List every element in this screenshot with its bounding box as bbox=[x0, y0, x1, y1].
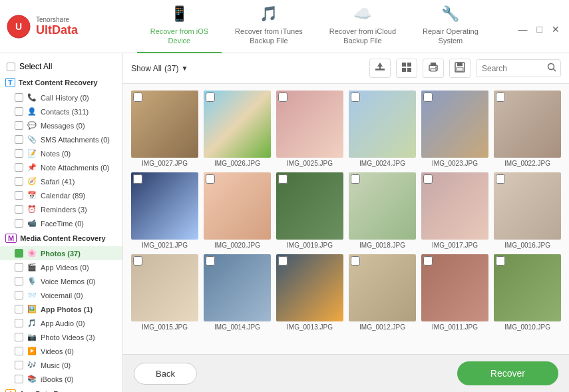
show-all-button[interactable]: Show All (37) ▼ bbox=[131, 64, 188, 73]
sidebar-item-calendar[interactable]: 📅 Calendar (89) bbox=[0, 188, 122, 202]
app-audio-label: App Audio (0) bbox=[41, 319, 85, 327]
sidebar-item-note-attachments[interactable]: 📌 Note Attachments (0) bbox=[0, 160, 122, 174]
photo-item-img_0010[interactable]: IMG_0010.JPG bbox=[494, 254, 561, 331]
photo-checkbox-img_0022[interactable] bbox=[496, 93, 505, 102]
photo-checkbox-img_0020[interactable] bbox=[206, 174, 215, 184]
sidebar-item-sms-attachments[interactable]: 📎 SMS Attachments (0) bbox=[0, 132, 122, 146]
messages-checkbox[interactable] bbox=[15, 121, 23, 130]
photo-item-img_0011[interactable]: IMG_0011.JPG bbox=[421, 254, 488, 331]
photo-item-img_0017[interactable]: IMG_0017.JPG bbox=[421, 172, 488, 249]
sidebar-item-notes[interactable]: 📝 Notes (0) bbox=[0, 146, 122, 160]
photo-item-img_0020[interactable]: IMG_0020.JPG bbox=[204, 172, 271, 249]
photo-checkbox-img_0011[interactable] bbox=[423, 256, 433, 266]
sidebar-item-contacts[interactable]: 👤 Contacts (311) bbox=[0, 104, 122, 118]
tab-repair[interactable]: 🔧 Repair Operating System bbox=[409, 0, 492, 54]
grid-view-button[interactable] bbox=[396, 59, 417, 78]
search-button[interactable] bbox=[543, 60, 560, 77]
sidebar-item-photos[interactable]: 🌸 Photos (37) bbox=[0, 246, 122, 260]
photo-checkbox-img_0014[interactable] bbox=[206, 256, 215, 266]
photo-checkbox-img_0016[interactable] bbox=[496, 174, 505, 184]
sidebar-item-call-history[interactable]: 📞 Call History (0) bbox=[0, 91, 122, 104]
photo-checkbox-img_0015[interactable] bbox=[133, 256, 142, 266]
calendar-checkbox[interactable] bbox=[15, 191, 23, 200]
sidebar-item-voice-memos[interactable]: 🎙️ Voice Memos (0) bbox=[0, 274, 122, 288]
photo-item-img_0019[interactable]: IMG_0019.JPG bbox=[276, 172, 343, 249]
photo-item-img_0012[interactable]: IMG_0012.JPG bbox=[349, 254, 416, 331]
photo-checkbox-img_0019[interactable] bbox=[278, 174, 287, 184]
search-input[interactable] bbox=[476, 61, 543, 76]
photo-checkbox-img_0027[interactable] bbox=[133, 93, 142, 102]
print-button[interactable] bbox=[423, 59, 444, 78]
reminders-checkbox[interactable] bbox=[15, 205, 23, 214]
select-all-checkbox[interactable] bbox=[7, 63, 15, 71]
photo-videos-checkbox[interactable] bbox=[15, 333, 23, 341]
music-checkbox[interactable] bbox=[15, 361, 23, 369]
app-audio-checkbox[interactable] bbox=[15, 319, 23, 327]
photo-checkbox-img_0026[interactable] bbox=[206, 93, 215, 102]
music-label: Music (0) bbox=[41, 361, 71, 369]
voicemail-checkbox[interactable] bbox=[15, 291, 23, 299]
tab-icloud[interactable]: ☁️ Recover from iCloud Backup File bbox=[316, 0, 409, 54]
maximize-button[interactable]: □ bbox=[534, 23, 545, 36]
section-media-header[interactable]: M Media Content Recovery bbox=[0, 230, 122, 246]
call-history-checkbox[interactable] bbox=[15, 93, 23, 102]
videos-checkbox[interactable] bbox=[15, 347, 23, 355]
note-att-checkbox[interactable] bbox=[15, 163, 23, 172]
minimize-button[interactable]: — bbox=[516, 23, 530, 36]
photo-checkbox-img_0017[interactable] bbox=[423, 174, 433, 184]
export2-button[interactable] bbox=[449, 59, 471, 78]
sidebar-item-facetime[interactable]: 📹 FaceTime (0) bbox=[0, 216, 122, 230]
sidebar-item-videos[interactable]: ▶️ Videos (0) bbox=[0, 344, 122, 358]
photo-checkbox-img_0018[interactable] bbox=[351, 174, 360, 184]
sidebar-item-ibooks[interactable]: 📚 iBooks (0) bbox=[0, 372, 122, 386]
facetime-checkbox[interactable] bbox=[15, 219, 23, 228]
sidebar-item-safari[interactable]: 🧭 Safari (41) bbox=[0, 174, 122, 188]
sms-checkbox[interactable] bbox=[15, 135, 23, 144]
photo-item-img_0026[interactable]: IMG_0026.JPG bbox=[204, 91, 271, 167]
photo-checkbox-img_0010[interactable] bbox=[496, 256, 505, 266]
safari-checkbox[interactable] bbox=[15, 177, 23, 186]
section-app-header[interactable]: A App Data Recovery bbox=[0, 386, 122, 392]
recover-button[interactable]: Recover bbox=[457, 361, 558, 385]
export-icon-button[interactable] bbox=[369, 59, 391, 78]
photo-item-img_0021[interactable]: IMG_0021.JPG bbox=[131, 172, 198, 249]
photo-checkbox-img_0012[interactable] bbox=[351, 256, 360, 266]
photo-item-img_0023[interactable]: IMG_0023.JPG bbox=[421, 91, 488, 167]
close-button[interactable]: ✕ bbox=[549, 23, 562, 36]
sidebar-item-photo-videos[interactable]: 📷 Photo Videos (3) bbox=[0, 330, 122, 344]
sidebar-item-reminders[interactable]: ⏰ Reminders (3) bbox=[0, 202, 122, 216]
notes-checkbox[interactable] bbox=[15, 149, 23, 158]
sidebar-item-app-photos[interactable]: 🖼️ App Photos (1) bbox=[0, 302, 122, 316]
header: U Tenorshare UltData 📱 Recover from iOS … bbox=[0, 0, 569, 53]
photos-checkbox[interactable] bbox=[15, 249, 23, 258]
photo-item-img_0018[interactable]: IMG_0018.JPG bbox=[349, 172, 416, 249]
photo-checkbox-img_0013[interactable] bbox=[278, 256, 287, 266]
photo-item-img_0022[interactable]: IMG_0022.JPG bbox=[494, 91, 561, 167]
ibooks-checkbox[interactable] bbox=[15, 375, 23, 383]
sidebar-item-messages[interactable]: 💬 Messages (0) bbox=[0, 118, 122, 132]
photo-item-img_0016[interactable]: IMG_0016.JPG bbox=[494, 172, 561, 249]
photo-checkbox-img_0023[interactable] bbox=[423, 93, 433, 102]
contacts-checkbox[interactable] bbox=[15, 107, 23, 116]
voice-memos-checkbox[interactable] bbox=[15, 277, 23, 286]
app-videos-checkbox[interactable] bbox=[15, 263, 23, 272]
back-button[interactable]: Back bbox=[134, 363, 197, 385]
sidebar-item-app-audio[interactable]: 🎵 App Audio (0) bbox=[0, 316, 122, 330]
photo-item-img_0024[interactable]: IMG_0024.JPG bbox=[349, 91, 416, 167]
photo-item-img_0014[interactable]: IMG_0014.JPG bbox=[204, 254, 271, 331]
photo-checkbox-img_0021[interactable] bbox=[133, 174, 142, 184]
tab-ios-device[interactable]: 📱 Recover from iOS Device bbox=[137, 0, 222, 54]
sidebar-item-music[interactable]: 🎶 Music (0) bbox=[0, 358, 122, 372]
tab-itunes[interactable]: 🎵 Recover from iTunes Backup File bbox=[222, 0, 316, 54]
sidebar-item-app-videos[interactable]: 🎬 App Videos (0) bbox=[0, 260, 122, 274]
select-all-item[interactable]: Select All bbox=[0, 59, 122, 75]
section-text-header[interactable]: T Text Content Recovery bbox=[0, 75, 122, 91]
photo-checkbox-img_0024[interactable] bbox=[351, 93, 360, 102]
app-photos-checkbox[interactable] bbox=[15, 305, 23, 313]
photo-item-img_0027[interactable]: IMG_0027.JPG bbox=[131, 91, 198, 167]
photo-item-img_0015[interactable]: IMG_0015.JPG bbox=[131, 254, 198, 331]
photo-item-img_0025[interactable]: IMG_0025.JPG bbox=[276, 91, 343, 167]
photo-item-img_0013[interactable]: IMG_0013.JPG bbox=[276, 254, 343, 331]
sidebar-item-voicemail[interactable]: 📨 Voicemail (0) bbox=[0, 288, 122, 302]
photo-checkbox-img_0025[interactable] bbox=[278, 93, 287, 102]
